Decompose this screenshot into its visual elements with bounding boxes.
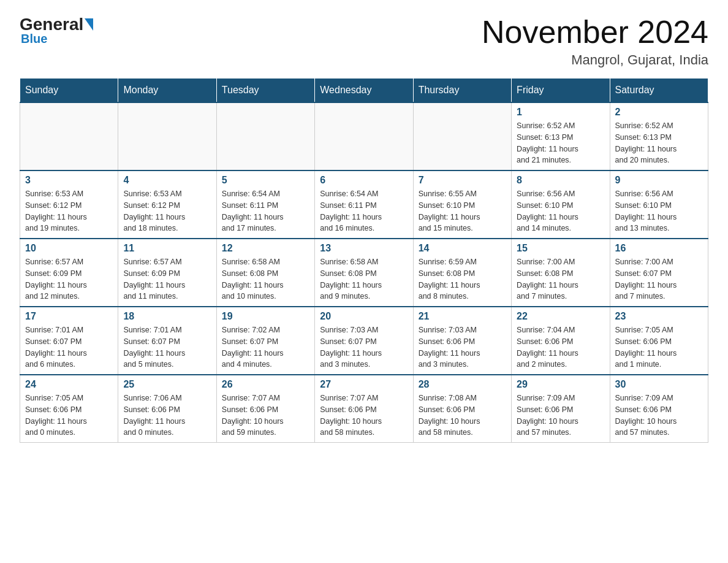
- calendar-cell: 3Sunrise: 6:53 AMSunset: 6:12 PMDaylight…: [20, 170, 118, 239]
- day-info: Sunrise: 6:54 AMSunset: 6:11 PMDaylight:…: [320, 188, 408, 234]
- weekday-header-tuesday: Tuesday: [216, 79, 314, 103]
- calendar-cell: 7Sunrise: 6:55 AMSunset: 6:10 PMDaylight…: [413, 170, 511, 239]
- day-number: 3: [25, 175, 113, 186]
- calendar-cell: 26Sunrise: 7:07 AMSunset: 6:06 PMDayligh…: [216, 375, 314, 443]
- weekday-header-monday: Monday: [118, 79, 216, 103]
- calendar-cell: [315, 102, 413, 170]
- day-number: 1: [517, 107, 604, 118]
- calendar-cell: 30Sunrise: 7:09 AMSunset: 6:06 PMDayligh…: [610, 375, 708, 443]
- calendar-table: SundayMondayTuesdayWednesdayThursdayFrid…: [20, 78, 708, 443]
- calendar-cell: 12Sunrise: 6:58 AMSunset: 6:08 PMDayligh…: [216, 239, 314, 307]
- page-title: November 2024: [482, 15, 708, 50]
- day-number: 19: [222, 311, 309, 322]
- calendar-cell: 16Sunrise: 7:00 AMSunset: 6:07 PMDayligh…: [610, 239, 708, 307]
- day-info: Sunrise: 6:58 AMSunset: 6:08 PMDaylight:…: [320, 256, 408, 302]
- day-info: Sunrise: 7:00 AMSunset: 6:07 PMDaylight:…: [615, 256, 703, 302]
- week-row-4: 17Sunrise: 7:01 AMSunset: 6:07 PMDayligh…: [20, 307, 708, 375]
- calendar-cell: 5Sunrise: 6:54 AMSunset: 6:11 PMDaylight…: [216, 170, 314, 239]
- day-number: 23: [615, 311, 703, 322]
- calendar-cell: 23Sunrise: 7:05 AMSunset: 6:06 PMDayligh…: [610, 307, 708, 375]
- calendar-cell: 11Sunrise: 6:57 AMSunset: 6:09 PMDayligh…: [118, 239, 216, 307]
- day-info: Sunrise: 6:59 AMSunset: 6:08 PMDaylight:…: [419, 256, 506, 302]
- day-number: 7: [419, 175, 506, 186]
- day-info: Sunrise: 6:56 AMSunset: 6:10 PMDaylight:…: [615, 188, 703, 234]
- day-info: Sunrise: 7:05 AMSunset: 6:06 PMDaylight:…: [25, 393, 113, 439]
- day-number: 12: [222, 243, 309, 254]
- day-info: Sunrise: 7:08 AMSunset: 6:06 PMDaylight:…: [419, 393, 506, 439]
- week-row-3: 10Sunrise: 6:57 AMSunset: 6:09 PMDayligh…: [20, 239, 708, 307]
- day-number: 22: [517, 311, 604, 322]
- title-area: November 2024 Mangrol, Gujarat, India: [482, 15, 708, 68]
- calendar-cell: 10Sunrise: 6:57 AMSunset: 6:09 PMDayligh…: [20, 239, 118, 307]
- day-number: 11: [123, 243, 211, 254]
- day-info: Sunrise: 7:03 AMSunset: 6:06 PMDaylight:…: [419, 324, 506, 370]
- week-row-5: 24Sunrise: 7:05 AMSunset: 6:06 PMDayligh…: [20, 375, 708, 443]
- day-number: 10: [25, 243, 113, 254]
- day-number: 14: [419, 243, 506, 254]
- calendar-cell: 20Sunrise: 7:03 AMSunset: 6:07 PMDayligh…: [315, 307, 413, 375]
- logo-blue: Blue: [20, 32, 47, 46]
- weekday-header-sunday: Sunday: [20, 79, 118, 103]
- calendar-cell: 9Sunrise: 6:56 AMSunset: 6:10 PMDaylight…: [610, 170, 708, 239]
- page-subtitle: Mangrol, Gujarat, India: [482, 52, 708, 68]
- logo-triangle-icon: [85, 18, 93, 31]
- week-row-2: 3Sunrise: 6:53 AMSunset: 6:12 PMDaylight…: [20, 170, 708, 239]
- day-info: Sunrise: 6:53 AMSunset: 6:12 PMDaylight:…: [25, 188, 113, 234]
- day-number: 4: [123, 175, 211, 186]
- day-info: Sunrise: 7:02 AMSunset: 6:07 PMDaylight:…: [222, 324, 309, 370]
- day-info: Sunrise: 6:53 AMSunset: 6:12 PMDaylight:…: [123, 188, 211, 234]
- day-info: Sunrise: 6:52 AMSunset: 6:13 PMDaylight:…: [517, 120, 604, 166]
- day-info: Sunrise: 7:07 AMSunset: 6:06 PMDaylight:…: [320, 393, 408, 439]
- calendar-cell: 8Sunrise: 6:56 AMSunset: 6:10 PMDaylight…: [512, 170, 610, 239]
- day-number: 20: [320, 311, 408, 322]
- calendar-cell: 14Sunrise: 6:59 AMSunset: 6:08 PMDayligh…: [413, 239, 511, 307]
- day-number: 18: [123, 311, 211, 322]
- day-number: 15: [517, 243, 604, 254]
- calendar-cell: 28Sunrise: 7:08 AMSunset: 6:06 PMDayligh…: [413, 375, 511, 443]
- day-number: 9: [615, 175, 703, 186]
- calendar-cell: 24Sunrise: 7:05 AMSunset: 6:06 PMDayligh…: [20, 375, 118, 443]
- calendar-cell: 21Sunrise: 7:03 AMSunset: 6:06 PMDayligh…: [413, 307, 511, 375]
- calendar-cell: 25Sunrise: 7:06 AMSunset: 6:06 PMDayligh…: [118, 375, 216, 443]
- weekday-header-row: SundayMondayTuesdayWednesdayThursdayFrid…: [20, 79, 708, 103]
- calendar-cell: 27Sunrise: 7:07 AMSunset: 6:06 PMDayligh…: [315, 375, 413, 443]
- day-info: Sunrise: 6:56 AMSunset: 6:10 PMDaylight:…: [517, 188, 604, 234]
- day-number: 5: [222, 175, 309, 186]
- calendar-cell: 2Sunrise: 6:52 AMSunset: 6:13 PMDaylight…: [610, 102, 708, 170]
- calendar-cell: 1Sunrise: 6:52 AMSunset: 6:13 PMDaylight…: [512, 102, 610, 170]
- day-number: 30: [615, 379, 703, 390]
- day-number: 21: [419, 311, 506, 322]
- day-number: 16: [615, 243, 703, 254]
- calendar-cell: 22Sunrise: 7:04 AMSunset: 6:06 PMDayligh…: [512, 307, 610, 375]
- day-info: Sunrise: 7:01 AMSunset: 6:07 PMDaylight:…: [25, 324, 113, 370]
- calendar-cell: 6Sunrise: 6:54 AMSunset: 6:11 PMDaylight…: [315, 170, 413, 239]
- day-info: Sunrise: 6:54 AMSunset: 6:11 PMDaylight:…: [222, 188, 309, 234]
- day-number: 8: [517, 175, 604, 186]
- calendar-cell: 17Sunrise: 7:01 AMSunset: 6:07 PMDayligh…: [20, 307, 118, 375]
- day-number: 29: [517, 379, 604, 390]
- day-info: Sunrise: 7:00 AMSunset: 6:08 PMDaylight:…: [517, 256, 604, 302]
- day-info: Sunrise: 7:05 AMSunset: 6:06 PMDaylight:…: [615, 324, 703, 370]
- calendar-cell: 18Sunrise: 7:01 AMSunset: 6:07 PMDayligh…: [118, 307, 216, 375]
- day-info: Sunrise: 7:07 AMSunset: 6:06 PMDaylight:…: [222, 393, 309, 439]
- calendar-cell: [118, 102, 216, 170]
- day-number: 13: [320, 243, 408, 254]
- day-number: 24: [25, 379, 113, 390]
- day-info: Sunrise: 6:57 AMSunset: 6:09 PMDaylight:…: [25, 256, 113, 302]
- day-info: Sunrise: 7:09 AMSunset: 6:06 PMDaylight:…: [615, 393, 703, 439]
- day-number: 2: [615, 107, 703, 118]
- weekday-header-friday: Friday: [512, 79, 610, 103]
- logo: General Blue: [20, 15, 94, 46]
- calendar-cell: 19Sunrise: 7:02 AMSunset: 6:07 PMDayligh…: [216, 307, 314, 375]
- calendar-cell: 29Sunrise: 7:09 AMSunset: 6:06 PMDayligh…: [512, 375, 610, 443]
- calendar-cell: [413, 102, 511, 170]
- day-info: Sunrise: 7:09 AMSunset: 6:06 PMDaylight:…: [517, 393, 604, 439]
- day-number: 28: [419, 379, 506, 390]
- day-info: Sunrise: 6:57 AMSunset: 6:09 PMDaylight:…: [123, 256, 211, 302]
- weekday-header-saturday: Saturday: [610, 79, 708, 103]
- day-info: Sunrise: 7:06 AMSunset: 6:06 PMDaylight:…: [123, 393, 211, 439]
- day-number: 25: [123, 379, 211, 390]
- calendar-cell: 15Sunrise: 7:00 AMSunset: 6:08 PMDayligh…: [512, 239, 610, 307]
- page-header: General Blue November 2024 Mangrol, Guja…: [20, 15, 708, 68]
- day-info: Sunrise: 6:55 AMSunset: 6:10 PMDaylight:…: [419, 188, 506, 234]
